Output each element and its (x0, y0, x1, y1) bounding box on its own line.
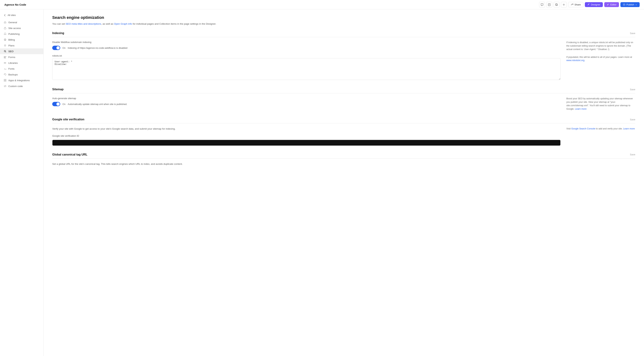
pages-icon-btn[interactable] (546, 2, 552, 7)
sidebar-label-billing: Billing (8, 38, 15, 41)
page-header: Search engine optimization (52, 15, 635, 20)
svg-rect-13 (4, 58, 6, 58)
google-verification-title: Google site verification (52, 118, 84, 121)
sitemap-toggle[interactable] (52, 102, 60, 106)
sidebar-label-plans: Plans (8, 44, 14, 47)
sitemap-toggle-text: Automatically update sitemap.xml when si… (68, 103, 127, 105)
sitemap-toggle-row: On Automatically update sitemap.xml when… (52, 102, 560, 106)
plans-icon (4, 44, 6, 47)
svg-rect-22 (5, 80, 6, 81)
topbar-left: Agence No Code (4, 3, 26, 6)
seo-meta-link[interactable]: SEO meta titles and descriptions (66, 22, 101, 25)
google-verification-desc: Verify your site with Google to get acce… (52, 127, 560, 131)
sidebar-item-apps[interactable]: Apps & Integrations (0, 77, 43, 83)
duplicate-icon-btn[interactable] (554, 2, 560, 7)
publish-button[interactable]: Publish (620, 2, 640, 7)
editor-button[interactable]: Editor (604, 2, 619, 7)
sidebar-label-libraries: Libraries (8, 62, 18, 64)
google-search-console-link[interactable]: Google Search Console (571, 127, 596, 130)
google-verification-right: Visit Google Search Console to add and v… (566, 127, 635, 130)
svg-rect-7 (4, 28, 6, 29)
indexing-left: Disable Webflow subdomain indexing On In… (52, 41, 560, 80)
topbar-site-name: Agence No Code (4, 3, 26, 6)
designer-button[interactable]: Designer (585, 2, 603, 7)
sitemap-toggle-on-label: On (62, 103, 66, 105)
sidebar-item-forms[interactable]: Forms (0, 54, 43, 60)
open-graph-link[interactable]: Open Graph info (114, 22, 132, 25)
google-verification-field-label: Google site verification ID (52, 134, 560, 137)
sitemap-learn-more-link[interactable]: Learn more (575, 108, 586, 110)
robots-side-note: If populated, this will be added to all … (566, 55, 635, 62)
forms-icon (4, 56, 6, 58)
back-link-label: All sites (8, 14, 16, 16)
sidebar-item-site-access[interactable]: Site access (0, 25, 43, 31)
content-area: Search engine optimization You can set S… (44, 9, 644, 356)
sidebar-label-publishing: Publishing (8, 33, 20, 35)
robotstxt-link[interactable]: www.robotstxt.org (566, 59, 584, 62)
libraries-icon (4, 61, 6, 64)
sidebar-label-general: General (8, 21, 17, 24)
main-layout: All sites General Site access Publishing… (0, 9, 644, 356)
sitemap-section: Sitemap Save Auto-generate sitemap On Au… (52, 88, 635, 111)
code-icon (4, 85, 6, 87)
google-verification-header: Google site verification Save (52, 118, 635, 123)
sidebar-item-plans[interactable]: Plans (0, 43, 43, 48)
sidebar: All sites General Site access Publishing… (0, 9, 44, 356)
indexing-content: Disable Webflow subdomain indexing On In… (52, 41, 635, 80)
indexing-toggle[interactable] (52, 46, 60, 50)
svg-point-6 (623, 4, 625, 5)
fonts-icon: Aa (4, 67, 6, 70)
comment-icon-btn[interactable] (539, 2, 545, 7)
sidebar-label-seo: SEO (8, 50, 14, 53)
indexing-right: If indexing is disabled, a unique robots… (566, 41, 635, 62)
svg-text:Aa: Aa (4, 68, 6, 70)
svg-rect-21 (4, 80, 5, 81)
robots-label: robots.txt (52, 54, 560, 57)
sitemap-title: Sitemap (52, 88, 64, 91)
robots-block: robots.txt User-agent: * Disallow: (52, 54, 560, 80)
page-intro: You can set SEO meta titles and descript… (52, 22, 635, 26)
indexing-header: Indexing Save (52, 31, 635, 37)
sidebar-label-fonts: Fonts (8, 67, 14, 70)
sidebar-label-forms: Forms (8, 56, 15, 58)
sidebar-item-backups[interactable]: Backups (0, 72, 43, 77)
sidebar-item-libraries[interactable]: Libraries (0, 60, 43, 66)
sidebar-item-publishing[interactable]: Publishing (0, 31, 43, 37)
sitemap-right: Boost your SEO by automatically updating… (566, 97, 635, 111)
indexing-toggle-on-label: On (62, 46, 66, 49)
indexing-side-note: If indexing is disabled, a unique robots… (566, 41, 635, 51)
settings-icon-btn[interactable] (561, 2, 567, 7)
sidebar-item-seo[interactable]: SEO (0, 48, 43, 54)
sitemap-content: Auto-generate sitemap On Automatically u… (52, 97, 635, 111)
sidebar-item-general[interactable]: General (0, 19, 43, 25)
canonical-header: Global canonical tag URL Save (52, 153, 635, 159)
indexing-title: Indexing (52, 31, 64, 35)
back-link[interactable]: All sites (0, 12, 43, 18)
canonical-save-button[interactable]: Save (630, 153, 635, 156)
svg-rect-11 (4, 56, 6, 57)
share-button[interactable]: Share (568, 2, 584, 7)
canonical-section: Global canonical tag URL Save Set a glob… (52, 153, 635, 166)
sitemap-save-button[interactable]: Save (630, 88, 635, 91)
sidebar-item-billing[interactable]: Billing (0, 37, 43, 43)
sidebar-item-fonts[interactable]: Aa Fonts (0, 66, 43, 72)
svg-rect-19 (4, 79, 5, 80)
google-verification-save-button[interactable]: Save (630, 118, 635, 121)
robots-textarea[interactable]: User-agent: * Disallow: (52, 58, 560, 80)
google-verification-learn-more-link[interactable]: Learn more (623, 127, 635, 130)
sidebar-item-custom-code[interactable]: Custom code (0, 83, 43, 89)
canonical-desc: Set a global URL for the site's canonica… (52, 162, 635, 166)
svg-rect-12 (4, 57, 6, 57)
lock-icon (4, 27, 6, 29)
indexing-toggle-row: On Indexing of https://agence-no-code.we… (52, 46, 560, 50)
svg-point-5 (564, 4, 564, 5)
topbar: Agence No Code (0, 0, 644, 9)
google-verification-section: Google site verification Save Verify you… (52, 118, 635, 146)
indexing-save-button[interactable]: Save (630, 32, 635, 35)
canonical-title: Global canonical tag URL (52, 153, 88, 156)
svg-line-10 (6, 52, 6, 52)
indexing-toggle-text: Indexing of https://agence-no-code.webfl… (68, 46, 127, 49)
backups-icon (4, 73, 6, 76)
google-verification-input[interactable] (52, 140, 560, 146)
topbar-right: Share Designer Editor Publish (539, 2, 640, 7)
